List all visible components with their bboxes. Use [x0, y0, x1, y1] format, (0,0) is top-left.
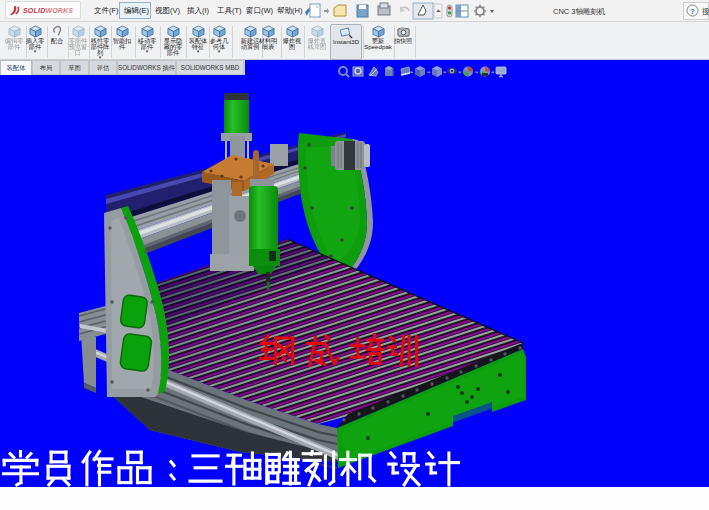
- svg-text:?: ?: [690, 7, 695, 16]
